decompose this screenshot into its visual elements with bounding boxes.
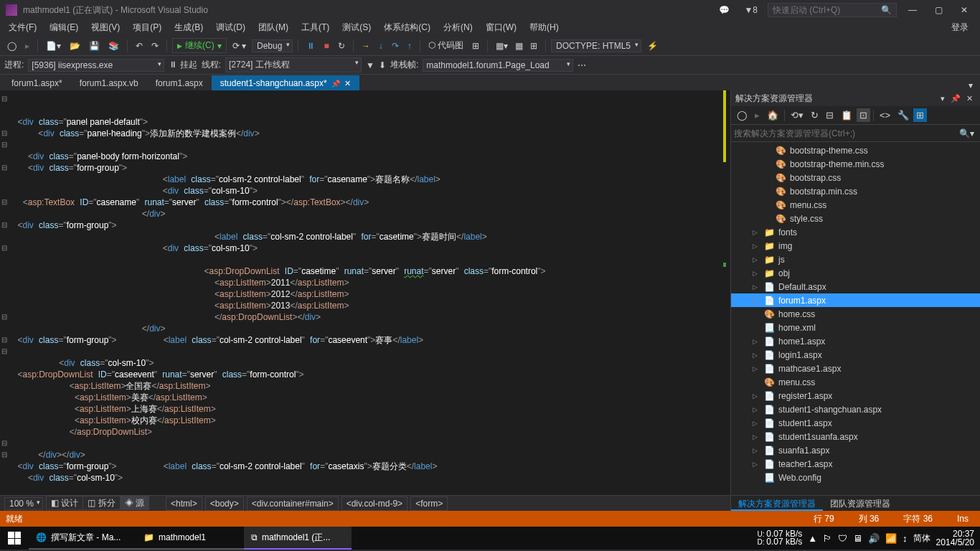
undo-button[interactable]: ↶: [133, 39, 146, 52]
save-all-button[interactable]: 📚: [105, 39, 122, 52]
open-button[interactable]: 📂: [67, 39, 83, 52]
tree-node[interactable]: ▷📄student1-shangchuan.aspx: [731, 402, 980, 416]
tray-sync-icon[interactable]: ↕: [903, 533, 908, 544]
pin-icon[interactable]: 📌: [331, 80, 340, 88]
collapse-icon[interactable]: ⊟: [823, 108, 837, 122]
tray-shield-icon[interactable]: 🛡: [838, 533, 847, 544]
minimize-button[interactable]: —: [903, 5, 923, 15]
step-over-button[interactable]: ↷: [389, 39, 402, 52]
stackframe-dropdown[interactable]: mathmodel1.forum1.Page_Load: [423, 59, 573, 72]
nav-back-button[interactable]: ◯: [4, 39, 19, 52]
tree-node[interactable]: 🎨bootstrap-theme.min.css: [731, 157, 980, 171]
menu-item[interactable]: 分析(N): [438, 20, 479, 35]
document-tab[interactable]: forum1.aspx.vb: [71, 75, 147, 90]
solution-search-input[interactable]: [734, 128, 956, 138]
menu-item[interactable]: 团队(M): [253, 20, 294, 35]
expand-icon[interactable]: ▷: [753, 338, 760, 345]
tray-flag-icon[interactable]: 🏳: [823, 533, 832, 544]
restart-button[interactable]: ↻: [335, 39, 348, 52]
validate-button[interactable]: ⚡: [644, 39, 661, 52]
tray-clock[interactable]: 20:372014/5/20: [936, 529, 974, 547]
pause-button[interactable]: ⏸: [303, 39, 318, 52]
config-dropdown[interactable]: Debug: [252, 39, 293, 52]
filter-button[interactable]: ⬇: [379, 60, 386, 70]
tree-node[interactable]: ▷📄login1.aspx: [731, 348, 980, 362]
menu-item[interactable]: 测试(S): [336, 20, 377, 35]
redo-button[interactable]: ↷: [149, 39, 161, 52]
flag-button[interactable]: ▼: [366, 60, 374, 70]
stack-opt-button[interactable]: ⋯: [578, 60, 586, 70]
doctype-dropdown[interactable]: DOCTYPE: HTML5: [551, 39, 641, 52]
expand-icon[interactable]: ▷: [753, 352, 760, 359]
expand-icon[interactable]: ▷: [753, 283, 760, 291]
taskbar-item[interactable]: 🌐撰写新文章 - Ma...: [29, 527, 136, 550]
refresh-icon[interactable]: ↻: [808, 108, 821, 122]
snaplines-button[interactable]: ⊞: [527, 39, 540, 52]
tree-node[interactable]: 🎨menu.css: [731, 198, 980, 212]
document-tab[interactable]: forum1.aspx: [147, 75, 212, 90]
tree-node[interactable]: 🎨bootstrap.css: [731, 171, 980, 184]
expand-icon[interactable]: ▷: [753, 270, 760, 277]
tree-node[interactable]: ▷📄suanfa1.aspx: [731, 443, 980, 457]
expand-icon[interactable]: ▷: [753, 447, 760, 454]
quick-launch[interactable]: 快速启动 (Ctrl+Q)🔍: [768, 3, 897, 17]
tree-node[interactable]: ▷📁fonts: [731, 225, 980, 239]
suspend-button[interactable]: ⏸ 挂起: [169, 59, 197, 71]
expand-icon[interactable]: ▷: [753, 433, 760, 441]
expand-icon[interactable]: ▷: [753, 406, 760, 413]
maximize-button[interactable]: ▢: [928, 5, 948, 15]
notification-icon[interactable]: ▼8: [740, 5, 762, 15]
tray-ime[interactable]: 简体: [913, 532, 930, 545]
tree-node[interactable]: 🎨bootstrap.min.css: [731, 184, 980, 198]
process-dropdown[interactable]: [5936] iisexpress.exe: [28, 59, 164, 72]
thread-dropdown[interactable]: [2724] 工作线程: [225, 57, 362, 72]
tree-node[interactable]: ▷📄Default.aspx: [731, 280, 980, 293]
back-icon[interactable]: ◯: [734, 108, 750, 122]
panel-tab[interactable]: 团队资源管理器: [823, 496, 897, 511]
tree-node[interactable]: 🎨menu.css: [731, 375, 980, 389]
panel-pin-icon[interactable]: 📌: [948, 94, 963, 103]
tree-node[interactable]: 🎨home.css: [731, 307, 980, 321]
tray-volume-icon[interactable]: 🔊: [868, 533, 880, 544]
panel-tab[interactable]: 解决方案资源管理器: [731, 496, 823, 511]
tree-node[interactable]: ▷📄student1.aspx: [731, 416, 980, 430]
nav-fwd-button[interactable]: ▸: [22, 39, 32, 52]
stop-button[interactable]: ■: [321, 39, 331, 52]
expand-icon[interactable]: ▷: [753, 461, 760, 468]
solution-search[interactable]: 🔍▾: [731, 125, 980, 142]
breadcrumb-item[interactable]: <div.container#main>: [247, 496, 339, 511]
tree-node[interactable]: 📃Web.config: [731, 471, 980, 484]
step-next-button[interactable]: →: [359, 39, 373, 52]
tree-node[interactable]: 🎨bootstrap-theme.css: [731, 143, 980, 157]
new-button[interactable]: 📄▾: [43, 39, 64, 52]
tray-battery-icon[interactable]: 📶: [885, 533, 897, 544]
tree-node[interactable]: ▷📁obj: [731, 266, 980, 280]
menu-item[interactable]: 项目(P): [127, 20, 167, 35]
breadcrumb-item[interactable]: <html>: [166, 496, 202, 511]
document-tab[interactable]: forum1.aspx*: [3, 75, 71, 90]
tree-node[interactable]: ▷📄register1.aspx: [731, 389, 980, 402]
show-all-icon[interactable]: 📋: [838, 108, 855, 122]
tree-node[interactable]: ▷📄forum1.aspx: [731, 293, 980, 307]
grid-button[interactable]: ▦▾: [493, 39, 511, 52]
taskbar-item[interactable]: 📁mathmodel1: [136, 527, 244, 550]
fwd-icon[interactable]: ▸: [752, 108, 763, 122]
expand-icon[interactable]: ▷: [753, 297, 760, 304]
preview-icon[interactable]: ⊡: [857, 108, 870, 122]
close-button[interactable]: ✕: [954, 5, 974, 15]
properties-icon[interactable]: 🔧: [895, 108, 912, 122]
codemap-button[interactable]: ⬡ 代码图: [425, 38, 466, 53]
tab-overflow-icon[interactable]: ▾: [969, 80, 980, 90]
view-mode-button[interactable]: ◧ 设计: [46, 496, 83, 510]
sync-icon[interactable]: ⟲▾: [788, 108, 806, 122]
snap-button[interactable]: ▦: [512, 39, 526, 52]
taskbar-item[interactable]: ⧉mathmodel1 (正...: [244, 527, 352, 550]
menu-item[interactable]: 窗口(W): [480, 20, 522, 35]
expand-icon[interactable]: ▷: [753, 420, 760, 427]
view-mode-button[interactable]: ◈ 源: [120, 496, 149, 510]
tree-node[interactable]: ▷📁js: [731, 253, 980, 266]
start-button[interactable]: [0, 527, 29, 550]
home-icon[interactable]: 🏠: [764, 108, 781, 122]
tree-node[interactable]: ▷📄teacher1.aspx: [731, 457, 980, 471]
new-window-icon[interactable]: ⊞: [913, 108, 927, 122]
